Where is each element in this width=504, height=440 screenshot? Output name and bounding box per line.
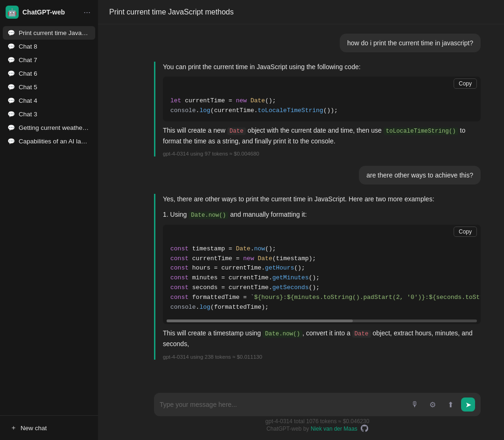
- user-message-2-text: are there other ways to achieve this?: [366, 171, 473, 179]
- upload-button[interactable]: ⬆: [443, 397, 457, 412]
- chat-icon: 💬: [7, 111, 15, 118]
- microphone-button[interactable]: 🎙: [408, 397, 422, 412]
- chat-icon: 💬: [7, 138, 15, 145]
- inline-Date-2: Date: [352, 330, 371, 338]
- code-block-1-header: Copy: [163, 77, 481, 91]
- assistant-message-1-outro: This will create a new Date object with …: [163, 125, 481, 146]
- code-block-1-content: let currentTime = new Date(); console.lo…: [163, 91, 481, 121]
- assistant-message-1: You can print the current time in JavaSc…: [154, 62, 481, 156]
- sidebar-item-chat5[interactable]: 💬Chat 5: [3, 80, 95, 94]
- sidebar-item-label: Chat 5: [19, 84, 37, 91]
- sidebar-item-chat4[interactable]: 💬Chat 4: [3, 94, 95, 107]
- app-title: ChatGPT-web: [22, 8, 65, 16]
- chat-icon: 💬: [7, 29, 15, 36]
- inline-Date-now-1: Date.now(): [189, 212, 228, 219]
- sidebar-item-label: Chat 4: [19, 97, 37, 104]
- token-info-1: gpt-4-0314 using 97 tokens ≈ $0.004680: [163, 151, 481, 156]
- sidebar-item-chat3[interactable]: 💬Chat 3: [3, 107, 95, 121]
- sidebar-item-chat6[interactable]: 💬Chat 6: [3, 67, 95, 80]
- upload-icon: ⬆: [448, 400, 454, 409]
- sidebar-item-label: Chat 7: [19, 57, 37, 64]
- send-button[interactable]: ➤: [461, 397, 475, 412]
- sidebar-footer: ＋ New chat: [0, 415, 98, 440]
- user-message-1: how do i print the current time in javas…: [340, 34, 481, 52]
- copy-button-2[interactable]: Copy: [454, 227, 477, 237]
- assistant-message-2-intro: Yes, there are other ways to print the c…: [163, 194, 481, 204]
- code-block-2: Copy const timestamp = Date.now(); const…: [163, 225, 481, 325]
- sidebar-item-label: Capabilities of an AI language m...: [19, 138, 91, 145]
- user-message-2: are there other ways to achieve this?: [359, 166, 481, 185]
- code-block-1: Copy let currentTime = new Date(); conso…: [163, 77, 481, 121]
- sidebar-header: 🤖 ChatGPT-web ···: [0, 0, 98, 24]
- sidebar-item-label: Chat 3: [19, 111, 37, 118]
- copy-button-1[interactable]: Copy: [454, 78, 477, 89]
- new-chat-button[interactable]: ＋ New chat: [6, 420, 92, 435]
- input-row: 🎙 ⚙ ⬆ ➤: [154, 393, 481, 416]
- github-icon: [361, 425, 368, 433]
- sidebar-item-current[interactable]: 💬Print current time JavaScript me: [3, 26, 95, 40]
- chat-icon: 💬: [7, 70, 15, 77]
- page-title: Print current time JavaScript methods: [109, 8, 234, 16]
- code-block-2-content: const timestamp = Date.now(); const curr…: [163, 239, 481, 318]
- page-header: Print current time JavaScript methods: [98, 0, 504, 24]
- settings-button[interactable]: ⚙: [426, 397, 440, 412]
- assistant-message-2-list: 1. Using Date.now() and manually formatt…: [163, 209, 481, 220]
- chat-icon: 💬: [7, 124, 15, 131]
- input-area: 🎙 ⚙ ⬆ ➤ gpt-4-0314 total 1076 tokens ≈ $…: [98, 388, 504, 440]
- chat-icon: 💬: [7, 57, 15, 64]
- assistant-message-2: Yes, there are other ways to print the c…: [154, 194, 481, 359]
- assistant-message-2-outro: This will create a timestamp using Date.…: [163, 328, 481, 349]
- token-info-2: gpt-4-0314 using 238 tokens ≈ $0.011130: [163, 354, 481, 360]
- chat-area: how do i print the current time in javas…: [98, 24, 504, 388]
- sidebar-item-label: Print current time JavaScript me: [19, 29, 91, 36]
- settings-icon: ⚙: [429, 400, 436, 409]
- new-chat-label: New chat: [21, 425, 47, 432]
- footer-info: gpt-4-0314 total 1076 tokens ≈ $0.046230…: [154, 416, 481, 437]
- app-logo: 🤖 ChatGPT-web: [6, 6, 65, 19]
- sidebar-item-label: Chat 8: [19, 43, 37, 50]
- author-link[interactable]: Niek van der Maas: [311, 426, 357, 432]
- by-label: by: [303, 426, 309, 432]
- user-message-1-text: how do i print the current time in javas…: [347, 39, 473, 47]
- sidebar-item-chat8[interactable]: 💬Chat 8: [3, 40, 95, 53]
- send-icon: ➤: [465, 400, 471, 409]
- inline-Date-now-2: Date.now(): [263, 330, 302, 338]
- inline-Date-1: Date: [227, 128, 246, 135]
- sidebar-menu-button[interactable]: ···: [82, 6, 92, 19]
- microphone-icon: 🎙: [411, 400, 419, 409]
- token-summary: gpt-4-0314 total 1076 tokens ≈ $0.046230: [266, 418, 370, 425]
- chat-icon: 💬: [7, 43, 15, 50]
- brand-label: ChatGPT-web: [266, 426, 301, 432]
- new-chat-icon: ＋: [10, 424, 17, 432]
- sidebar-item-label: Chat 6: [19, 70, 37, 77]
- sidebar-item-label: Getting current weather using...: [19, 124, 91, 131]
- chat-icon: 💬: [7, 97, 15, 104]
- sidebar-item-chat7[interactable]: 💬Chat 7: [3, 53, 95, 67]
- code-block-2-header: Copy: [163, 225, 481, 239]
- assistant-message-1-intro: You can print the current time in JavaSc…: [163, 62, 481, 72]
- message-input[interactable]: [160, 399, 404, 410]
- sidebar-nav: 💬Print current time JavaScript me💬Chat 8…: [0, 24, 98, 415]
- sidebar: 🤖 ChatGPT-web ··· 💬Print current time Ja…: [0, 0, 98, 440]
- chat-icon: 💬: [7, 84, 15, 91]
- sidebar-item-capabilities[interactable]: 💬Capabilities of an AI language m...: [3, 135, 95, 148]
- sidebar-item-getting[interactable]: 💬Getting current weather using...: [3, 121, 95, 135]
- code-scrollbar[interactable]: [167, 319, 477, 322]
- main-content: Print current time JavaScript methods ho…: [98, 0, 504, 440]
- app-logo-icon: 🤖: [6, 6, 19, 19]
- inline-toLocaleTimeString: toLocaleTimeString(): [384, 128, 458, 135]
